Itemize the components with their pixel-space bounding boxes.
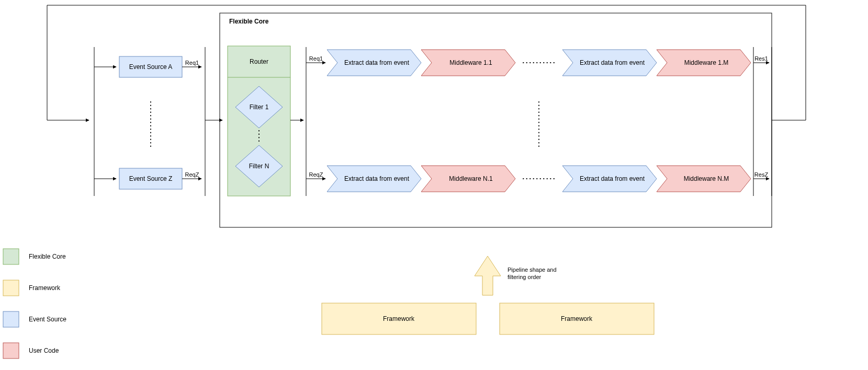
legend-swatch-core bbox=[3, 249, 19, 264]
reqz-label: ReqZ bbox=[185, 171, 199, 178]
extract-1b-label: Extract data from event bbox=[580, 59, 645, 66]
req1-arrow-inner: Req1 bbox=[306, 55, 325, 63]
event-source-a-label: Event Source A bbox=[129, 63, 173, 71]
reqz-inner-label: ReqZ bbox=[309, 171, 323, 178]
filter-n-label: Filter N bbox=[249, 163, 269, 170]
req1-arrow: Req1 bbox=[182, 60, 201, 67]
annotation-line-1: Pipeline shape and bbox=[508, 267, 557, 273]
reqz-arrow-inner: ReqZ bbox=[306, 171, 325, 179]
pipeline-shape-arrow: Pipeline shape and filtering order bbox=[475, 256, 557, 297]
legend: Flexible Core Framework Event Source Use… bbox=[3, 249, 66, 359]
legend-core-label: Flexible Core bbox=[29, 253, 66, 260]
res1-label: Res1 bbox=[754, 55, 768, 62]
mwn1-label: Middleware N.1 bbox=[449, 175, 493, 182]
event-source-z-label: Event Source Z bbox=[129, 175, 173, 182]
event-source-a-box: Event Source A bbox=[119, 56, 182, 77]
legend-usercode-label: User Code bbox=[29, 347, 59, 354]
legend-swatch-usercode bbox=[3, 343, 19, 359]
pipeline-1-mw-a: Middleware 1.1 bbox=[421, 50, 515, 76]
req1-inner-label: Req1 bbox=[309, 55, 323, 62]
legend-framework-label: Framework bbox=[29, 284, 61, 292]
flexible-core-title: Flexible Core bbox=[229, 18, 269, 25]
legend-eventsource-label: Event Source bbox=[29, 316, 66, 323]
pipeline-n-extract-b: Extract data from event bbox=[562, 166, 657, 192]
mw1m-label: Middleware 1.M bbox=[684, 59, 729, 66]
req1-label: Req1 bbox=[185, 60, 199, 66]
pipeline-n-extract-a: Extract data from event bbox=[327, 166, 421, 192]
extract-1a-label: Extract data from event bbox=[344, 59, 410, 66]
filter-1-label: Filter 1 bbox=[250, 103, 269, 111]
framework-2-label: Framework bbox=[561, 315, 593, 322]
legend-swatch-eventsource bbox=[3, 311, 19, 327]
resz-arrow: ResZ bbox=[753, 171, 769, 179]
extract-nb-label: Extract data from event bbox=[580, 175, 645, 182]
pipeline-n-mw-a: Middleware N.1 bbox=[421, 166, 515, 192]
pipeline-1-extract-b: Extract data from event bbox=[562, 50, 657, 76]
legend-swatch-framework bbox=[3, 280, 19, 296]
res1-arrow: Res1 bbox=[753, 55, 769, 63]
annotation-line-2: filtering order bbox=[508, 274, 542, 280]
diagram-canvas: Event Source A Event Source Z Req1 ReqZ … bbox=[0, 0, 868, 370]
pipeline-1-extract-a: Extract data from event bbox=[327, 50, 421, 76]
pipeline-1-mw-b: Middleware 1.M bbox=[657, 50, 751, 76]
mw11-label: Middleware 1.1 bbox=[449, 59, 492, 66]
event-source-z-box: Event Source Z bbox=[119, 168, 182, 189]
framework-box-2: Framework bbox=[500, 303, 654, 334]
mwnm-label: Middleware N.M bbox=[684, 175, 729, 182]
extract-na-label: Extract data from event bbox=[344, 175, 410, 182]
pipeline-n-mw-b: Middleware N.M bbox=[657, 166, 751, 192]
reqz-arrow: ReqZ bbox=[182, 171, 201, 179]
router-label: Router bbox=[250, 58, 268, 65]
framework-1-label: Framework bbox=[383, 315, 415, 322]
framework-box-1: Framework bbox=[322, 303, 476, 334]
resz-label: ResZ bbox=[754, 171, 769, 178]
